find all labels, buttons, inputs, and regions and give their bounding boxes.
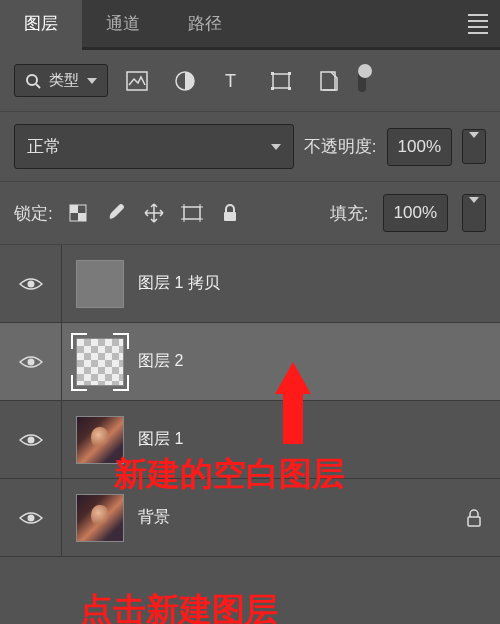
tab-layers[interactable]: 图层 (0, 0, 82, 52)
opacity-label: 不透明度: (304, 135, 377, 158)
layer-thumbnail[interactable] (76, 338, 124, 386)
panel-menu-icon[interactable] (468, 14, 488, 34)
svg-rect-7 (288, 72, 291, 75)
lock-row: 锁定: 填充: 100% (0, 182, 500, 245)
selection-marker (71, 333, 129, 391)
layer-name[interactable]: 图层 2 (138, 351, 183, 372)
chevron-down-icon (271, 144, 281, 150)
annotation-arrow-stem (283, 392, 303, 444)
filter-adjustment-icon[interactable] (174, 70, 196, 92)
annotation-text: 新建的空白图层 (114, 452, 345, 497)
layer-name[interactable]: 图层 1 (138, 429, 183, 450)
layers-panel: 图层 通道 路径 类型 T (0, 0, 500, 624)
opacity-value[interactable]: 100% (387, 128, 452, 166)
fill-label: 填充: (330, 202, 369, 225)
tab-paths[interactable]: 路径 (164, 0, 246, 49)
search-icon (25, 73, 41, 89)
lock-paint-icon[interactable] (105, 202, 127, 224)
svg-rect-8 (271, 87, 274, 90)
filter-type-layer-icon[interactable]: T (222, 70, 244, 92)
opacity-chevron[interactable] (462, 129, 486, 164)
eye-icon (19, 432, 43, 448)
svg-text:T: T (225, 71, 236, 91)
filter-shape-icon[interactable] (270, 70, 292, 92)
visibility-toggle[interactable] (0, 401, 62, 478)
fill-value[interactable]: 100% (383, 194, 448, 232)
blend-mode-value: 正常 (27, 135, 61, 158)
visibility-toggle[interactable] (0, 479, 62, 556)
lock-all-icon[interactable] (219, 202, 241, 224)
lock-label: 锁定: (14, 202, 53, 225)
svg-point-25 (27, 358, 34, 365)
visibility-toggle[interactable] (0, 245, 62, 322)
blend-row: 正常 不透明度: 100% (0, 112, 500, 182)
layer-name[interactable]: 图层 1 拷贝 (138, 273, 220, 294)
visibility-toggle[interactable] (0, 323, 62, 400)
eye-icon (19, 354, 43, 370)
svg-point-26 (27, 436, 34, 443)
svg-rect-6 (271, 72, 274, 75)
svg-rect-5 (273, 74, 289, 88)
lock-icon[interactable] (466, 508, 482, 528)
fill-chevron[interactable] (462, 194, 486, 232)
filter-pixel-icon[interactable] (126, 70, 148, 92)
annotation-arrow-icon (275, 362, 311, 394)
svg-rect-23 (224, 212, 236, 221)
panel-tabs: 图层 通道 路径 (0, 0, 500, 50)
annotation-text: 点击新建图层 (80, 588, 278, 624)
filter-toggle[interactable] (358, 70, 366, 92)
svg-rect-9 (288, 87, 291, 90)
lock-artboard-icon[interactable] (181, 202, 203, 224)
svg-point-0 (27, 75, 37, 85)
filter-icon-group: T (126, 70, 340, 92)
eye-icon (19, 510, 43, 526)
svg-line-1 (36, 84, 40, 88)
chevron-down-icon (87, 78, 97, 84)
layer-name[interactable]: 背景 (138, 507, 170, 528)
layer-thumbnail[interactable] (76, 494, 124, 542)
blend-mode-dropdown[interactable]: 正常 (14, 124, 294, 169)
layer-thumbnail[interactable] (76, 260, 124, 308)
lock-position-icon[interactable] (143, 202, 165, 224)
filter-smartobject-icon[interactable] (318, 70, 340, 92)
layer-filter-row: 类型 T (0, 50, 500, 112)
svg-rect-12 (70, 205, 78, 213)
svg-rect-13 (78, 213, 86, 221)
filter-type-dropdown[interactable]: 类型 (14, 64, 108, 97)
chevron-down-icon (469, 197, 479, 222)
lock-icon-group (67, 202, 241, 224)
eye-icon (19, 276, 43, 292)
toggle-knob (358, 64, 372, 78)
filter-type-label: 类型 (49, 71, 79, 90)
layer-row[interactable]: 图层 1 拷贝 (0, 245, 500, 323)
svg-point-24 (27, 280, 34, 287)
layer-row[interactable]: 图层 2 (0, 323, 500, 401)
layers-list: 图层 1 拷贝 图层 2 图层 1 背景 (0, 245, 500, 624)
lock-transparency-icon[interactable] (67, 202, 89, 224)
svg-point-27 (27, 514, 34, 521)
chevron-down-icon (469, 132, 479, 155)
svg-rect-14 (184, 207, 200, 219)
tab-channels[interactable]: 通道 (82, 0, 164, 49)
svg-rect-28 (468, 517, 480, 526)
